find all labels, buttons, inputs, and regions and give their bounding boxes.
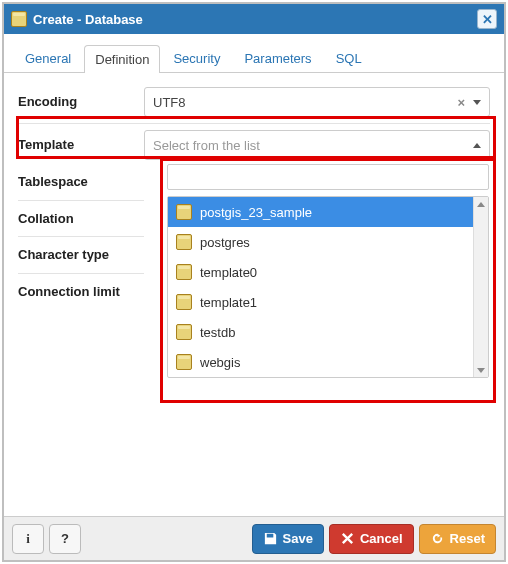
save-button[interactable]: Save — [252, 524, 324, 554]
encoding-select[interactable]: UTF8 × — [144, 87, 490, 117]
cancel-label: Cancel — [360, 531, 403, 546]
template-option[interactable]: webgis — [168, 347, 488, 377]
database-icon — [176, 354, 192, 370]
tab-general[interactable]: General — [14, 44, 82, 72]
template-search-input[interactable] — [167, 164, 489, 190]
tab-definition[interactable]: Definition — [84, 45, 160, 73]
template-option-label: webgis — [200, 355, 240, 370]
label-encoding: Encoding — [18, 94, 144, 110]
chevron-down-icon — [473, 100, 481, 105]
row-template: Template Select from the list — [18, 124, 490, 166]
template-option[interactable]: template0 — [168, 257, 488, 287]
tab-parameters[interactable]: Parameters — [233, 44, 322, 72]
template-option-label: template0 — [200, 265, 257, 280]
database-icon — [176, 294, 192, 310]
save-icon — [263, 531, 278, 546]
info-button[interactable]: i — [12, 524, 44, 554]
database-icon — [11, 11, 27, 27]
label-collation: Collation — [18, 201, 144, 238]
database-icon — [176, 234, 192, 250]
tab-sql[interactable]: SQL — [325, 44, 373, 72]
template-option-label: postgis_23_sample — [200, 205, 312, 220]
close-button[interactable]: ✕ — [477, 9, 497, 29]
template-option-label: template1 — [200, 295, 257, 310]
cancel-button[interactable]: Cancel — [329, 524, 414, 554]
tabs-bar: General Definition Security Parameters S… — [4, 34, 504, 73]
encoding-value: UTF8 — [153, 95, 453, 110]
database-icon — [176, 264, 192, 280]
template-placeholder: Select from the list — [153, 138, 469, 153]
help-icon: ? — [61, 531, 69, 546]
dialog-footer: i ? Save Cancel Reset — [4, 516, 504, 560]
database-icon — [176, 204, 192, 220]
template-select[interactable]: Select from the list — [144, 130, 490, 160]
template-option[interactable]: testdb — [168, 317, 488, 347]
reset-button[interactable]: Reset — [419, 524, 496, 554]
template-option[interactable]: postgres — [168, 227, 488, 257]
template-option[interactable]: template1 — [168, 287, 488, 317]
template-option-label: postgres — [200, 235, 250, 250]
template-option-label: testdb — [200, 325, 235, 340]
label-tablespace: Tablespace — [18, 164, 144, 201]
encoding-clear-icon[interactable]: × — [453, 95, 469, 110]
help-button[interactable]: ? — [49, 524, 81, 554]
close-icon: ✕ — [482, 12, 493, 27]
label-character-type: Character type — [18, 237, 144, 274]
chevron-up-icon — [473, 143, 481, 148]
left-labels: Tablespace Collation Character type Conn… — [4, 164, 158, 309]
save-label: Save — [283, 531, 313, 546]
scroll-up-icon[interactable] — [474, 197, 488, 211]
scroll-down-icon[interactable] — [474, 363, 488, 377]
reset-label: Reset — [450, 531, 485, 546]
row-encoding: Encoding UTF8 × — [18, 81, 490, 124]
tab-security[interactable]: Security — [162, 44, 231, 72]
dropdown-scrollbar[interactable] — [473, 197, 488, 377]
dialog-title: Create - Database — [33, 12, 477, 27]
database-icon — [176, 324, 192, 340]
reset-icon — [430, 531, 445, 546]
cancel-icon — [340, 531, 355, 546]
template-dropdown: postgis_23_sample postgres template0 tem… — [167, 164, 489, 378]
dialog-header: Create - Database ✕ — [4, 4, 504, 34]
template-option-list: postgis_23_sample postgres template0 tem… — [167, 196, 489, 378]
template-option[interactable]: postgis_23_sample — [168, 197, 488, 227]
label-connection-limit: Connection limit — [18, 274, 144, 310]
label-template: Template — [18, 137, 144, 153]
info-icon: i — [26, 531, 30, 547]
form-area: Encoding UTF8 × Template Select from the… — [4, 73, 504, 166]
